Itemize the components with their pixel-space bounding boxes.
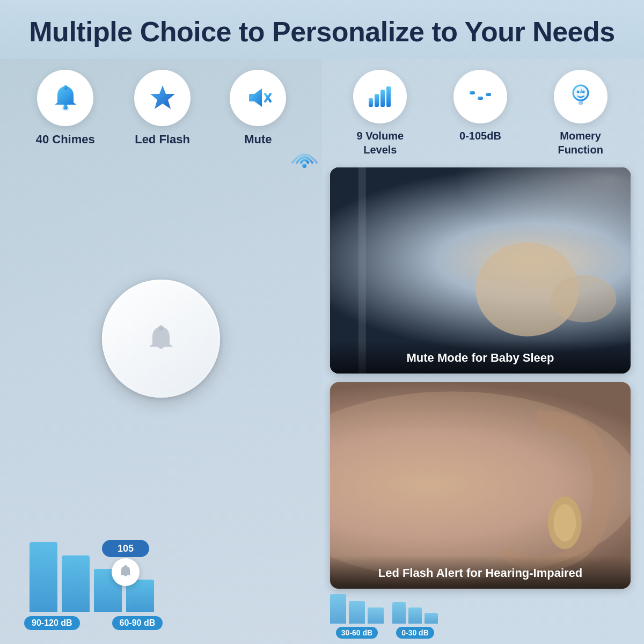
svg-point-31 [551, 275, 616, 322]
main-container: Multiple Choice to Personalize to Your N… [0, 0, 644, 644]
db-range-label: 0-105dB [459, 129, 501, 143]
bell-icon [51, 83, 80, 112]
rbar-2-c [425, 613, 438, 624]
left-panel: 40 Chimes [0, 59, 322, 644]
mute-circle [230, 70, 286, 126]
svg-point-7 [158, 325, 164, 331]
right-bottom-bars: 30-60 dB 0-30 dB [330, 589, 631, 639]
svg-rect-18 [486, 93, 491, 96]
rbar-1-a [330, 594, 346, 624]
memory-circle [554, 70, 608, 123]
svg-point-21 [576, 90, 579, 93]
photo-cards: Mute Mode for Baby Sleep [330, 167, 631, 589]
db-range-circle [453, 70, 507, 123]
svg-point-35 [553, 504, 576, 542]
mute-label: Mute [244, 133, 272, 147]
db-badge-1: 90-120 dB [24, 616, 80, 630]
baby-sleep-label: Mute Mode for Baby Sleep [330, 340, 631, 374]
feature-chimes: 40 Chimes [36, 70, 95, 147]
svg-rect-23 [579, 99, 583, 105]
volume-indicator: 105 [102, 540, 149, 557]
bar-1 [30, 542, 57, 612]
mute-icon [244, 83, 273, 112]
memory-label: MomeryFunction [558, 129, 603, 157]
feature-mute: Mute [230, 70, 286, 147]
rbar-1-c [368, 608, 384, 624]
right-features-row: 9 VolumeLevels [330, 64, 631, 167]
hearing-label: Led Flash Alert for Hearing-Impaired [330, 555, 631, 589]
rbar-2-b [408, 608, 422, 624]
svg-rect-12 [386, 86, 391, 107]
svg-rect-17 [478, 97, 483, 100]
rdb-badge-1: 30-60 dB [336, 627, 378, 639]
right-bar-group-1: 30-60 dB [330, 594, 384, 639]
baby-sleep-card: Mute Mode for Baby Sleep [330, 167, 631, 374]
hearing-card: Led Flash Alert for Hearing-Impaired [330, 382, 631, 589]
feature-memory: MomeryFunction [554, 70, 608, 157]
db-labels-left: 90-120 dB 60-90 dB [19, 612, 303, 630]
rdb-badge-2: 0-30 dB [396, 627, 434, 639]
svg-point-22 [582, 90, 584, 93]
volume-levels-circle [353, 70, 407, 123]
right-bar-group-2: 0-30 dB [392, 602, 438, 639]
star-icon [148, 83, 177, 112]
chimes-circle [37, 70, 93, 126]
right-bars-2 [392, 602, 438, 624]
led-flash-circle [134, 70, 191, 126]
main-content: 40 Chimes [0, 59, 644, 644]
memory-icon [567, 83, 594, 110]
svg-point-8 [124, 565, 127, 568]
left-features-row: 40 Chimes [11, 64, 311, 157]
page-title: Multiple Choice to Personalize to Your N… [11, 16, 633, 48]
svg-point-1 [63, 85, 68, 90]
svg-marker-3 [150, 85, 175, 109]
bars-container [19, 537, 303, 612]
chimes-label: 40 Chimes [36, 133, 95, 147]
led-flash-label: Led Flash [135, 133, 190, 147]
right-bars-1 [330, 594, 384, 624]
rbar-1-b [349, 601, 365, 624]
feature-led-flash: Led Flash [134, 70, 191, 147]
volume-bars-section: 105 90-120 dB 60-90 dB [11, 531, 311, 639]
volume-bars-icon [367, 83, 393, 110]
svg-point-6 [302, 164, 306, 168]
equalizer-icon [467, 83, 494, 110]
volume-knob [112, 558, 140, 586]
doorbell-device [102, 280, 220, 398]
bell-device-icon [145, 323, 177, 355]
rbar-2-a [392, 602, 406, 624]
volume-levels-label: 9 VolumeLevels [357, 129, 404, 157]
feature-db-range: 0-105dB [453, 70, 507, 143]
svg-rect-16 [470, 91, 475, 94]
header-section: Multiple Choice to Personalize to Your N… [0, 0, 644, 59]
svg-rect-10 [375, 94, 379, 107]
wifi-signal [290, 144, 319, 170]
feature-volume-levels: 9 VolumeLevels [353, 70, 407, 157]
right-panel: 9 VolumeLevels [322, 59, 644, 644]
svg-rect-11 [380, 90, 385, 107]
bar-2 [62, 555, 90, 612]
doorbell-area [11, 157, 311, 531]
db-badge-2: 60-90 dB [112, 616, 163, 630]
svg-rect-9 [369, 98, 373, 107]
